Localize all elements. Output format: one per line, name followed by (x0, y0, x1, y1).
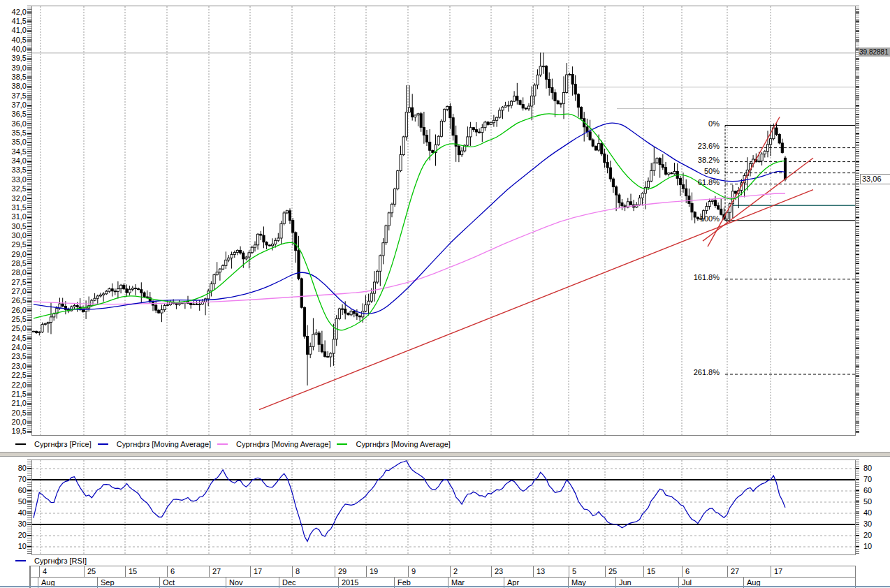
candle-body (251, 247, 253, 253)
rsi-axis-label: 20 (863, 531, 890, 539)
candle-body (487, 122, 489, 124)
price-axis-label: 20,0 (0, 418, 27, 426)
candle-body (425, 135, 428, 142)
price-y-axis-left[interactable]: 42,041,541,040,540,039,539,038,538,037,5… (0, 0, 27, 440)
fib-level-label: 38.2% (676, 156, 720, 164)
candle-body (720, 209, 722, 214)
rsi-axis-label: 70 (0, 476, 27, 483)
date-axis-day-cell: 19 (366, 566, 408, 577)
date-axis-day-cell: 13 (533, 566, 569, 577)
candle-body (143, 293, 145, 297)
ma-fast-green[interactable] (34, 114, 785, 330)
price-axis-label: 31,0 (0, 213, 27, 221)
panel-divider[interactable] (0, 452, 890, 457)
date-axis-day-cell: 25 (84, 566, 125, 577)
candle-body (467, 137, 469, 145)
candle-body (210, 284, 212, 291)
date-axis-day-cell: 27 (727, 566, 771, 577)
price-axis-label: 29,5 (0, 241, 27, 249)
candle-body (440, 121, 442, 136)
candle-body (542, 66, 544, 67)
candle-body (423, 127, 425, 135)
candle-body (469, 128, 472, 137)
candle-body (382, 243, 384, 256)
candle-body (53, 314, 55, 317)
candle-body (432, 150, 434, 152)
rsi-chart-canvas[interactable] (32, 460, 855, 554)
candle-body (527, 106, 530, 109)
price-y-axis-right[interactable]: 42,041,541,040,540,039,539,038,538,037,5… (861, 0, 890, 440)
price-axis-label: 42,0 (0, 8, 27, 16)
rsi-axis-label: 30 (863, 520, 890, 528)
candle-body (414, 115, 416, 117)
price-axis-label: 33,0 (0, 176, 27, 184)
price-axis-label: 28,5 (0, 260, 27, 267)
candle-body (778, 135, 780, 143)
price-axis-label: 22,5 (0, 372, 27, 379)
candle-body (706, 207, 708, 211)
rsi-axis-label: 60 (0, 487, 27, 494)
candle-body (461, 151, 463, 155)
date-axis-day-cell: 9 (408, 566, 450, 577)
rsi-axis-label: 10 (0, 543, 27, 550)
price-chart-canvas[interactable] (32, 6, 855, 435)
candle-body (452, 118, 454, 135)
candle-body (519, 101, 521, 105)
candle-body (388, 213, 390, 226)
candle-body (254, 245, 256, 247)
fib-level-label: 0% (676, 119, 720, 128)
candle-body (598, 144, 600, 150)
window-bottom-edge (0, 586, 890, 587)
price-axis-label: 37,0 (0, 101, 27, 109)
candle-body (257, 234, 259, 245)
candle-body (504, 105, 506, 107)
candle-body (300, 279, 302, 307)
price-axis-label: 21,5 (0, 390, 27, 398)
date-axis-day-cell: 27 (209, 566, 250, 577)
price-axis-label: 39,5 (0, 54, 27, 62)
date-axis[interactable]: 4251562717829199223135251562717 AugSepOc… (29, 566, 856, 588)
rsi-line[interactable] (34, 461, 785, 542)
price-plot-area[interactable] (31, 6, 856, 436)
price-legend: Сургнфгз [Price]Сургнфгз [Moving Average… (15, 438, 451, 450)
fib-level-label: 23.6% (676, 142, 720, 150)
ma-slow-magenta[interactable] (34, 193, 785, 304)
rsi-axis-label: 80 (863, 464, 890, 472)
candle-body (711, 200, 713, 202)
rsi-y-axis-right[interactable]: 8070605040302010 (861, 454, 890, 559)
price-axis-label: 35,0 (0, 138, 27, 146)
candle-body (685, 189, 687, 196)
candle-body (108, 289, 110, 292)
candle-body (397, 171, 399, 189)
candle-body (280, 223, 282, 238)
candle-body (606, 163, 608, 168)
fib-level-label: 50% (676, 167, 720, 175)
candle-body (44, 323, 46, 324)
date-axis-day-cell: 15 (643, 566, 682, 577)
fib-level-label: 261.8% (676, 368, 720, 376)
candle-body (691, 203, 693, 212)
date-axis-day-cell: 29 (335, 566, 366, 577)
price-axis-label: 27,0 (0, 288, 27, 295)
candle-body (639, 198, 641, 205)
candle-body (76, 305, 78, 307)
candle-body (178, 303, 180, 304)
candle-body (513, 96, 516, 101)
price-axis-label: 25,5 (0, 316, 27, 323)
candle-body (295, 233, 297, 251)
rsi-plot-area[interactable] (31, 460, 856, 555)
rsi-axis-label: 70 (863, 476, 890, 483)
candle-body (350, 311, 352, 315)
rsi-y-axis-left[interactable]: 8070605040302010 (0, 454, 27, 559)
candle-body (123, 285, 125, 288)
candle-body (312, 335, 314, 347)
candle-body (551, 88, 553, 93)
candle-body (618, 195, 620, 203)
price-legend-item: Сургнфгз [Moving Average] (337, 440, 450, 448)
price-axis-label: 38,0 (0, 82, 27, 90)
candle-body (96, 296, 99, 298)
candle-body (138, 288, 140, 289)
ma-medium-blue[interactable] (34, 123, 785, 314)
trend-line[interactable] (259, 190, 813, 410)
date-axis-day-cell: 6 (682, 566, 727, 577)
